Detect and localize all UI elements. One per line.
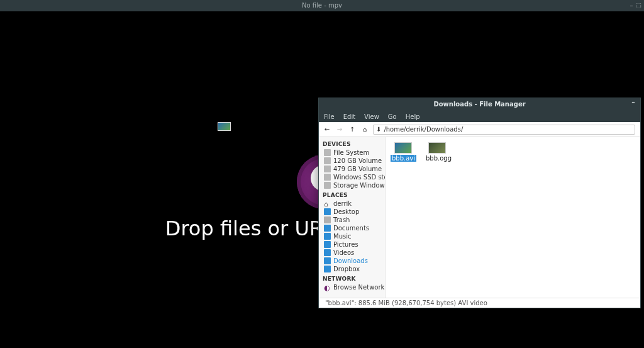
status-text: "bbb.avi": 885.6 MiB (928,670,754 bytes)… bbox=[325, 300, 487, 306]
home-icon bbox=[324, 200, 331, 207]
sidebar-item-label: derrik bbox=[333, 200, 352, 207]
folder-icon bbox=[324, 249, 331, 256]
mpv-window-controls[interactable]: – ⬚ bbox=[623, 0, 641, 11]
minimize-icon[interactable]: – bbox=[629, 98, 638, 107]
file-manager-window: Downloads - File Manager – File Edit Vie… bbox=[318, 98, 641, 308]
sidebar-item-documents[interactable]: Documents bbox=[319, 224, 385, 232]
file-manager-toolbar: ← → ↑ ⌂ ⬇ /home/derrik/Downloads/ bbox=[319, 122, 640, 137]
mpv-titlebar: No file - mpv – ⬚ bbox=[0, 0, 644, 11]
sidebar-item-label: Pictures bbox=[333, 241, 358, 248]
drive-icon bbox=[324, 157, 331, 164]
trash-icon bbox=[324, 216, 331, 223]
sidebar-item-vol120[interactable]: 120 GB Volume bbox=[319, 157, 385, 165]
drive-icon bbox=[324, 182, 331, 189]
status-bar: "bbb.avi": 885.6 MiB (928,670,754 bytes)… bbox=[319, 298, 640, 308]
sidebar-item-browse-network[interactable]: Browse Network bbox=[319, 283, 385, 291]
folder-icon bbox=[324, 225, 331, 232]
sidebar-item-dropbox[interactable]: Dropbox bbox=[319, 265, 385, 273]
sidebar-item-label: File System bbox=[333, 149, 369, 156]
up-icon[interactable]: ↑ bbox=[349, 126, 355, 133]
file-label: bbb.avi bbox=[391, 155, 416, 162]
network-icon bbox=[324, 284, 331, 291]
sidebar-item-pictures[interactable]: Pictures bbox=[319, 240, 385, 249]
mpv-window-title: No file - mpv bbox=[302, 2, 342, 9]
drive-icon bbox=[324, 174, 331, 181]
drive-icon bbox=[324, 149, 331, 156]
sidebar-item-label: Music bbox=[333, 233, 351, 240]
sidebar-item-label: Storage Windows bbox=[333, 182, 386, 189]
menu-go[interactable]: Go bbox=[388, 113, 397, 120]
nav-buttons: ← → ↑ ⌂ bbox=[324, 126, 368, 133]
sidebar-item-desktop[interactable]: Desktop bbox=[319, 208, 385, 216]
file-item-bbb-ogg[interactable]: bbb.ogg bbox=[425, 142, 450, 162]
file-manager-title: Downloads - File Manager bbox=[433, 101, 525, 108]
folder-icon bbox=[324, 257, 331, 264]
sidebar-item-downloads[interactable]: Downloads bbox=[319, 257, 385, 265]
file-grid: bbb.avi bbb.ogg bbox=[391, 142, 635, 162]
sidebar-item-label: Windows SSD storage bbox=[333, 174, 386, 181]
sidebar-item-label: Videos bbox=[333, 249, 354, 256]
file-manager-titlebar[interactable]: Downloads - File Manager – bbox=[319, 98, 640, 111]
sidebar-header-places: PLACES bbox=[319, 189, 385, 199]
sidebar-item-music[interactable]: Music bbox=[319, 232, 385, 240]
sidebar-item-home[interactable]: derrik bbox=[319, 199, 385, 208]
menu-help[interactable]: Help bbox=[406, 113, 420, 120]
location-path: /home/derrik/Downloads/ bbox=[384, 126, 463, 133]
home-icon[interactable]: ⌂ bbox=[362, 126, 368, 133]
sidebar-item-label: Browse Network bbox=[333, 284, 384, 291]
folder-icon bbox=[324, 266, 331, 272]
location-bar[interactable]: ⬇ /home/derrik/Downloads/ bbox=[373, 125, 635, 135]
sidebar-item-label: 120 GB Volume bbox=[333, 157, 382, 164]
sidebar-item-storagewin[interactable]: Storage Windows bbox=[319, 181, 385, 189]
menu-view[interactable]: View bbox=[364, 113, 379, 120]
back-icon[interactable]: ← bbox=[324, 126, 330, 133]
folder-icon bbox=[324, 208, 331, 215]
video-thumbnail-icon bbox=[428, 142, 446, 154]
video-thumbnail-icon bbox=[394, 142, 412, 154]
minimize-icon[interactable]: – bbox=[630, 0, 633, 11]
file-manager-menubar: File Edit View Go Help bbox=[319, 111, 640, 122]
folder-icon bbox=[324, 233, 331, 240]
drag-preview-thumbnail bbox=[218, 122, 231, 131]
forward-icon[interactable]: → bbox=[336, 126, 343, 133]
file-manager-body: DEVICES File System 120 GB Volume 479 GB… bbox=[319, 137, 640, 298]
sidebar: DEVICES File System 120 GB Volume 479 GB… bbox=[319, 137, 386, 298]
sidebar-item-label: Desktop bbox=[333, 208, 359, 215]
maximize-icon[interactable]: ⬚ bbox=[636, 0, 641, 11]
menu-file[interactable]: File bbox=[324, 113, 335, 120]
file-item-bbb-avi[interactable]: bbb.avi bbox=[391, 142, 416, 162]
drive-icon bbox=[324, 166, 331, 172]
download-icon: ⬇ bbox=[376, 126, 381, 133]
sidebar-item-label: Documents bbox=[333, 225, 369, 232]
sidebar-header-devices: DEVICES bbox=[319, 138, 385, 149]
sidebar-item-filesystem[interactable]: File System bbox=[319, 149, 385, 157]
sidebar-item-trash[interactable]: Trash bbox=[319, 216, 385, 224]
sidebar-item-videos[interactable]: Videos bbox=[319, 249, 385, 257]
sidebar-header-network: NETWORK bbox=[319, 273, 385, 283]
sidebar-item-vol479[interactable]: 479 GB Volume bbox=[319, 165, 385, 173]
sidebar-item-label: 479 GB Volume bbox=[333, 166, 382, 172]
sidebar-item-winssd[interactable]: Windows SSD storage bbox=[319, 173, 385, 181]
sidebar-item-label: Trash bbox=[333, 216, 350, 223]
sidebar-item-label: Downloads bbox=[333, 257, 368, 264]
sidebar-item-label: Dropbox bbox=[333, 266, 360, 272]
menu-edit[interactable]: Edit bbox=[343, 113, 355, 120]
file-content-area[interactable]: bbb.avi bbb.ogg bbox=[386, 137, 640, 298]
file-label: bbb.ogg bbox=[425, 155, 453, 162]
folder-icon bbox=[324, 241, 331, 248]
